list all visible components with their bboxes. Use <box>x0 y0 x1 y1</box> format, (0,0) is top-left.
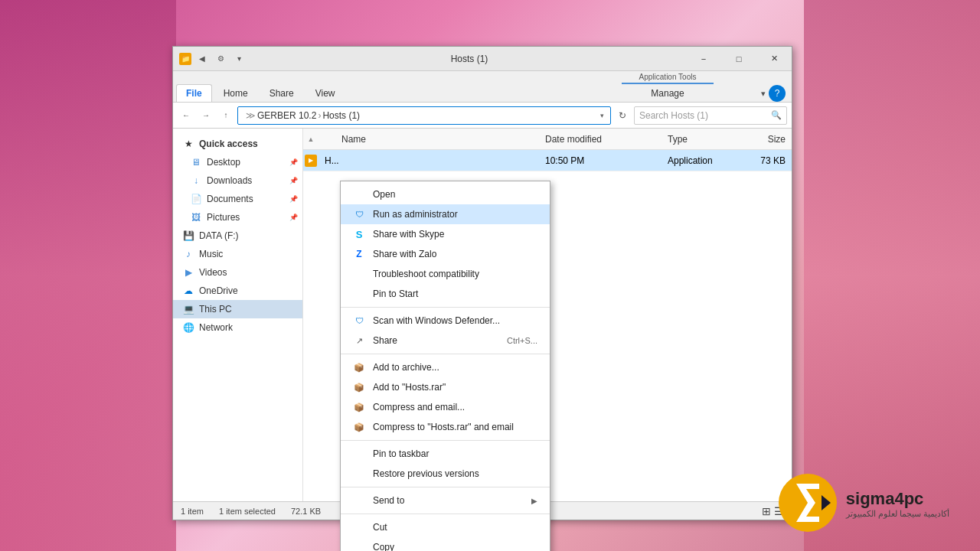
window-icon: 📁 <box>179 53 191 65</box>
sidebar-item-videos[interactable]: ▶ Videos <box>173 263 302 282</box>
sidebar-item-pictures[interactable]: 🖼 Pictures 📌 <box>173 208 302 227</box>
back-button[interactable]: ← <box>178 107 194 124</box>
close-button[interactable]: ✕ <box>756 47 792 71</box>
ctx-restore-versions[interactable]: Restore previous versions <box>341 464 550 484</box>
ctx-add-hostsrar-icon: 📦 <box>353 381 365 393</box>
ctx-scan-defender[interactable]: 🛡 Scan with Windows Defender... <box>341 311 550 331</box>
view-large-icons[interactable]: ⊞ <box>762 505 771 517</box>
sidebar-label-documents: Documents <box>207 194 253 204</box>
ctx-pin-taskbar[interactable]: Pin to taskbar <box>341 444 550 464</box>
ctx-open-icon <box>353 188 365 201</box>
sidebar-item-onedrive[interactable]: ☁ OneDrive <box>173 282 302 300</box>
status-selection: 1 item selected <box>219 507 276 516</box>
tab-file[interactable]: File <box>176 84 212 102</box>
background-right <box>804 0 980 551</box>
sidebar-item-data[interactable]: 💾 DATA (F:) <box>173 227 302 245</box>
tab-manage[interactable]: Manage <box>641 84 694 102</box>
tab-home[interactable]: Home <box>214 84 258 102</box>
ctx-send-to[interactable]: Send to ▶ <box>341 491 550 510</box>
refresh-button[interactable]: ↻ <box>614 107 631 124</box>
help-button[interactable]: ? <box>769 85 786 102</box>
ctx-copy-label: Copy <box>373 542 394 551</box>
col-header-name[interactable]: Name <box>318 134 539 145</box>
path-segment-gerber[interactable]: GERBER 10.2 <box>257 110 316 121</box>
col-header-size[interactable]: Size <box>738 134 792 145</box>
sidebar-item-network[interactable]: 🌐 Network <box>173 318 302 337</box>
ctx-compress-email[interactable]: 📦 Compress and email... <box>341 397 550 417</box>
thispc-icon: 💻 <box>182 303 194 315</box>
brand-name: sigma4pc <box>846 489 949 509</box>
ctx-troubleshoot[interactable]: Troubleshoot compatibility <box>341 264 550 284</box>
sidebar-item-music[interactable]: ♪ Music <box>173 245 302 263</box>
logo-text-area: sigma4pc أكاديمية سيجما لعلوم الكمبيوتر <box>846 489 949 519</box>
sidebar-item-quickaccess[interactable]: ★ Quick access <box>173 135 302 153</box>
up-button[interactable]: ↑ <box>217 107 234 124</box>
ctx-copy[interactable]: Copy <box>341 537 550 551</box>
ctx-divider-4 <box>341 487 550 487</box>
title-bar: 📁 ◀ ⚙ ▾ Hosts (1) − □ ✕ <box>173 47 792 71</box>
ctx-share-zalo-label: Share with Zalo <box>373 249 436 259</box>
window-title: Hosts (1) <box>253 54 686 64</box>
title-controls: − □ ✕ <box>686 47 792 71</box>
qat-back[interactable]: ◀ <box>194 51 210 67</box>
pin-icon-downloads: 📌 <box>289 177 298 184</box>
ribbon-collapse-btn[interactable]: ▾ <box>761 89 766 99</box>
minimize-button[interactable]: − <box>686 47 721 71</box>
ctx-pin-taskbar-icon <box>353 448 365 460</box>
ctx-divider-2 <box>341 354 550 354</box>
ctx-divider-5 <box>341 514 550 514</box>
file-name: H... <box>318 155 539 166</box>
sort-chevron: ▲ <box>303 135 318 143</box>
ctx-add-archive[interactable]: 📦 Add to archive... <box>341 357 550 377</box>
sidebar: ★ Quick access 🖥 Desktop 📌 ↓ Downloads 📌… <box>173 129 303 501</box>
col-header-type[interactable]: Type <box>662 134 738 145</box>
address-path[interactable]: ≫ GERBER 10.2 › Hosts (1) ▾ <box>237 106 611 125</box>
ctx-pin-start-label: Pin to Start <box>373 289 418 299</box>
ctx-run-admin[interactable]: 🛡 Run as administrator <box>341 204 550 224</box>
ctx-open[interactable]: Open <box>341 184 550 204</box>
ctx-share-zalo[interactable]: Z Share with Zalo <box>341 244 550 264</box>
qat-dropdown[interactable]: ▾ <box>231 51 247 67</box>
file-size: 73 KB <box>738 155 792 166</box>
ctx-sendto-arrow: ▶ <box>531 497 537 505</box>
logo-icon <box>777 472 838 536</box>
ctx-share[interactable]: ↗ Share Ctrl+S... <box>341 331 550 350</box>
ctx-run-admin-label: Run as administrator <box>373 209 458 220</box>
col-header-date[interactable]: Date modified <box>539 134 662 145</box>
pin-icon-documents: 📌 <box>289 195 298 203</box>
path-segment-hosts[interactable]: Hosts (1) <box>322 110 360 121</box>
sidebar-item-thispc[interactable]: 💻 This PC <box>173 300 302 318</box>
ctx-compress-hosts-email[interactable]: 📦 Compress to "Hosts.rar" and email <box>341 417 550 437</box>
search-box[interactable]: Search Hosts (1) 🔍 <box>634 106 787 125</box>
sidebar-item-downloads[interactable]: ↓ Downloads 📌 <box>173 171 302 190</box>
address-dropdown-icon[interactable]: ▾ <box>600 112 604 119</box>
pictures-icon: 🖼 <box>190 211 202 223</box>
sidebar-item-documents[interactable]: 📄 Documents 📌 <box>173 190 302 208</box>
tab-view[interactable]: View <box>305 84 345 102</box>
ctx-divider-3 <box>341 440 550 441</box>
file-type: Application <box>662 155 738 166</box>
logo-area: sigma4pc أكاديمية سيجما لعلوم الكمبيوتر <box>777 472 949 536</box>
qat-properties[interactable]: ⚙ <box>213 51 228 67</box>
ctx-add-hosts-rar[interactable]: 📦 Add to "Hosts.rar" <box>341 377 550 397</box>
ctx-compress-hostsrar-label: Compress to "Hosts.rar" and email <box>373 422 514 432</box>
ctx-share-skype[interactable]: S Share with Skype <box>341 224 550 244</box>
table-row[interactable]: ▶ H... 10:50 PM Application 73 KB <box>303 150 792 171</box>
forward-button[interactable]: → <box>198 107 214 124</box>
ctx-cut[interactable]: Cut <box>341 517 550 537</box>
ribbon: File Home Share View Application Tools M… <box>173 71 792 103</box>
tab-share[interactable]: Share <box>260 84 304 102</box>
ctx-open-label: Open <box>373 189 395 200</box>
network-icon: 🌐 <box>182 321 194 334</box>
ctx-restore-icon <box>353 468 365 480</box>
ctx-defender-icon: 🛡 <box>353 315 365 327</box>
sidebar-item-desktop[interactable]: 🖥 Desktop 📌 <box>173 153 302 171</box>
sidebar-label-onedrive: OneDrive <box>199 285 238 296</box>
downloads-icon: ↓ <box>190 174 202 187</box>
path-separator-mid: › <box>318 110 321 121</box>
ctx-compress-email-icon: 📦 <box>353 401 365 413</box>
maximize-button[interactable]: □ <box>721 47 756 71</box>
sidebar-label-thispc: This PC <box>199 304 232 315</box>
ctx-pin-start[interactable]: Pin to Start <box>341 284 550 304</box>
title-bar-left: 📁 ◀ ⚙ ▾ <box>173 51 253 67</box>
